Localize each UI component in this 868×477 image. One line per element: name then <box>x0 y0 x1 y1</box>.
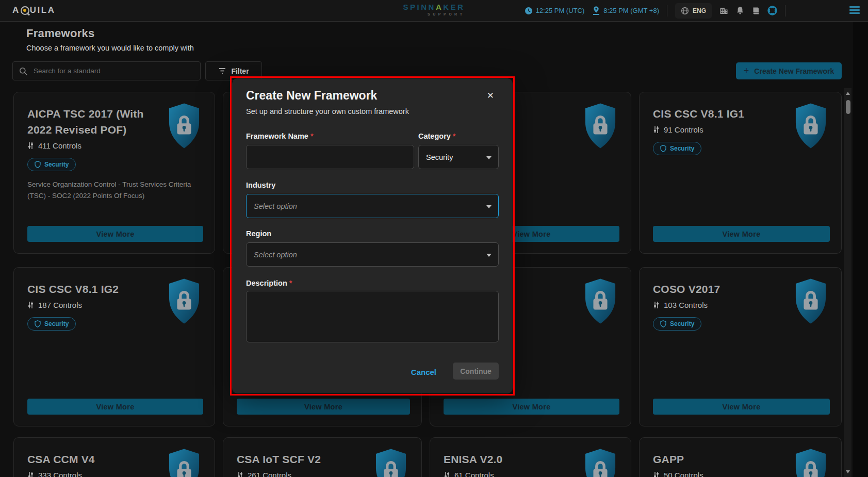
shield-lock-icon <box>795 103 827 149</box>
cancel-button[interactable]: Cancel <box>408 367 439 377</box>
navbar-divider <box>785 5 785 17</box>
organization-button[interactable] <box>719 7 728 15</box>
shield-lock-icon <box>584 448 616 477</box>
category-badge: Security <box>653 317 701 331</box>
dialog-subtitle: Set up and structure your own custom fra… <box>246 107 409 116</box>
framework-card-cis-ig2: CIS CSC V8.1 IG2 187 Controls Security V… <box>13 267 215 426</box>
docs-button[interactable] <box>752 7 760 15</box>
language-label: ENG <box>693 7 706 14</box>
framework-card-aicpa: AICPA TSC 2017 (With 2022 Revised POF) 4… <box>13 92 215 254</box>
create-framework-dialog: Create New Framework ✕ Set up and struct… <box>232 78 513 393</box>
shield-lock-icon <box>795 278 827 324</box>
scroll-up-arrow-icon[interactable] <box>846 92 850 95</box>
book-icon <box>752 7 760 15</box>
top-navbar: AUILA SPINNAKER SUPPORT 12:25 PM (UTC) 8… <box>0 0 868 22</box>
controls-icon <box>27 471 34 477</box>
continue-button[interactable]: Continue <box>453 363 499 380</box>
page-title: Frameworks <box>26 27 194 40</box>
navbar-right-cluster: 12:25 PM (UTC) 8:25 PM (GMT +8) ENG <box>525 0 785 21</box>
shield-lock-icon <box>168 278 200 324</box>
location-pin-icon <box>592 6 600 15</box>
shield-lock-icon <box>584 103 616 149</box>
filter-icon <box>218 68 226 74</box>
scroll-down-arrow-icon[interactable] <box>846 470 850 473</box>
dialog-title: Create New Framework <box>246 89 377 103</box>
required-asterisk: * <box>289 279 292 287</box>
framework-card-csa-iot: CSA IoT SCF V2 261 Controls <box>223 437 422 477</box>
view-more-button[interactable]: View More <box>27 399 203 415</box>
category-badge: Security <box>27 158 76 171</box>
search-input[interactable] <box>32 67 194 75</box>
right-gutter <box>853 21 868 477</box>
chevron-down-icon <box>486 205 492 208</box>
industry-select[interactable]: Select option <box>246 194 499 218</box>
region-select[interactable]: Select option <box>246 242 499 267</box>
framework-description: Service Organization Control - Trust Ser… <box>27 179 201 201</box>
create-new-framework-button[interactable]: + Create New Framework <box>736 62 842 79</box>
framework-card-cis-ig1: CIS CSC V8.1 IG1 91 Controls Security Vi… <box>639 92 842 254</box>
spinnaker-logo: SPINNAKER SUPPORT <box>403 3 465 16</box>
search-box <box>12 61 201 80</box>
controls-icon <box>27 301 34 309</box>
shield-outline-icon <box>660 320 666 327</box>
app-window: AUILA SPINNAKER SUPPORT 12:25 PM (UTC) 8… <box>0 0 868 477</box>
view-more-button[interactable]: View More <box>27 226 203 242</box>
logo-text-b: UILA <box>30 5 56 15</box>
local-time: 8:25 PM (GMT +8) <box>592 6 659 15</box>
shield-outline-icon <box>660 145 666 152</box>
description-label: Description* <box>246 279 292 287</box>
logo-text-a: A <box>12 5 20 15</box>
category-badge: Security <box>653 142 701 155</box>
framework-name-input[interactable] <box>246 145 414 169</box>
region-label: Region <box>246 229 271 238</box>
shield-lock-icon <box>584 278 616 324</box>
category-label: Category* <box>418 132 456 140</box>
shield-lock-icon <box>168 103 200 149</box>
plus-icon: + <box>744 65 749 76</box>
controls-icon <box>27 142 34 150</box>
support-button[interactable] <box>767 6 777 15</box>
filter-button[interactable]: Filter <box>205 61 262 80</box>
view-more-button[interactable]: View More <box>653 226 830 242</box>
category-badge: Security <box>27 317 76 331</box>
category-select[interactable]: Security <box>418 145 499 169</box>
search-icon <box>19 67 27 75</box>
shield-outline-icon <box>35 161 41 168</box>
controls-icon <box>653 301 660 309</box>
chevron-down-icon <box>486 254 492 257</box>
shield-outline-icon <box>35 320 41 327</box>
framework-card-enisa: ENISA V2.0 61 Controls <box>430 437 631 477</box>
scrollbar[interactable] <box>844 88 851 477</box>
aquila-logo[interactable]: AUILA <box>12 5 55 15</box>
close-icon[interactable]: ✕ <box>484 90 497 102</box>
view-more-button[interactable]: View More <box>653 399 830 415</box>
view-more-button[interactable]: View More <box>237 399 410 415</box>
required-asterisk: * <box>310 132 314 140</box>
support-ring-icon <box>767 6 777 15</box>
menu-icon[interactable] <box>849 6 860 14</box>
shield-lock-icon <box>168 448 200 477</box>
controls-icon <box>237 471 243 477</box>
view-more-button[interactable]: View More <box>444 399 619 415</box>
page-subtitle: Choose a framework you would like to com… <box>26 44 194 52</box>
language-selector[interactable]: ENG <box>675 3 712 19</box>
framework-card-gapp: GAPP 50 Controls <box>639 437 842 477</box>
scrollbar-thumb[interactable] <box>846 100 850 114</box>
building-icon <box>719 7 728 15</box>
required-asterisk: * <box>453 132 456 140</box>
globe-icon <box>681 7 689 15</box>
utc-time: 12:25 PM (UTC) <box>525 7 585 15</box>
controls-icon <box>653 471 660 477</box>
description-textarea[interactable] <box>246 291 499 342</box>
framework-card-csa-ccm: CSA CCM V4 333 Controls <box>13 437 215 477</box>
notifications-button[interactable] <box>736 6 744 15</box>
shield-lock-icon <box>795 448 827 477</box>
shield-lock-icon <box>375 448 407 477</box>
page-header: Frameworks Choose a framework you would … <box>26 27 194 52</box>
controls-icon <box>653 126 660 134</box>
controls-icon <box>444 471 450 477</box>
chevron-down-icon <box>486 156 492 159</box>
framework-card-coso: COSO V2017 103 Controls Security View Mo… <box>639 267 842 426</box>
industry-label: Industry <box>246 181 275 189</box>
logo-q-icon <box>21 6 29 15</box>
